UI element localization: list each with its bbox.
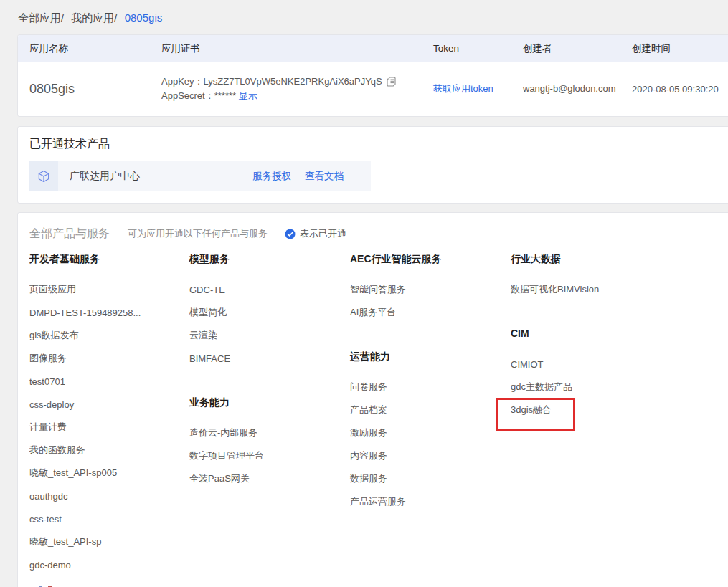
product-item[interactable]: css-deploy: [29, 393, 189, 416]
product-item[interactable]: 全装PaaS网关: [189, 467, 350, 490]
product-item[interactable]: css-test: [29, 507, 189, 530]
product-item[interactable]: 我的函数服务: [29, 439, 189, 462]
product-item[interactable]: 产品档案: [350, 399, 511, 421]
product-item[interactable]: 数据服务: [350, 467, 511, 490]
product-item[interactable]: 数字项目管理平台: [189, 444, 350, 467]
product-item[interactable]: DMPD-TEST-159489258...: [29, 301, 189, 324]
appkey-value: LysZZ7TL0VpW5eNKE2PRKgAiX6aPJYqS: [204, 75, 382, 89]
view-docs-link[interactable]: 查看文档: [305, 170, 344, 183]
product-item[interactable]: CIMIOT: [511, 353, 728, 376]
product-group-header: 模型服务: [189, 252, 350, 266]
product-group-header: CIM: [511, 326, 728, 340]
col-header-app-cert: 应用证书: [161, 42, 433, 55]
product-item-label: 云渲染: [189, 329, 217, 342]
product-group: 运营能力问卷服务产品档案激励服务内容服务数据服务产品运营服务: [350, 349, 511, 513]
all-products-title: 全部产品与服务: [29, 226, 110, 242]
product-item[interactable]: 页面级应用: [29, 278, 189, 301]
app-name: 0805gis: [29, 82, 75, 96]
all-products-subtitle: 可为应用开通以下任何产品与服务: [128, 227, 268, 240]
product-group-header: 行业大数据: [511, 252, 728, 266]
opened-product-name: 广联达用户中心: [70, 170, 140, 183]
copy-icon[interactable]: [387, 77, 397, 87]
product-item[interactable]: gis数据发布: [29, 324, 189, 347]
app-table-header: 应用名称 应用证书 Token 创建者 创建时间: [18, 35, 728, 62]
product-item-label: 问卷服务: [350, 381, 387, 393]
service-auth-link[interactable]: 服务授权: [252, 170, 291, 183]
product-item-label: 产品运营服务: [350, 495, 406, 508]
col-header-created-time: 创建时间: [632, 42, 728, 55]
product-item[interactable]: 模型简化: [189, 301, 350, 324]
product-item-label: 产品档案: [350, 404, 387, 416]
product-item-label: 计量计费: [29, 421, 67, 434]
breadcrumb-all-apps[interactable]: 全部应用: [18, 11, 61, 24]
product-item-label: 图像服务: [29, 352, 67, 365]
product-item-label: css-deploy: [29, 399, 74, 410]
product-item[interactable]: AI服务平台: [350, 301, 511, 324]
breadcrumb-my-apps[interactable]: 我的应用: [71, 11, 114, 24]
product-item-label: DMPD-TEST-159489258...: [29, 307, 141, 318]
breadcrumb-separator: /: [61, 11, 64, 24]
product-group-header: 运营能力: [350, 349, 511, 363]
product-item[interactable]: GDC-TE: [189, 278, 350, 301]
product-item-label: 数据服务: [350, 472, 387, 485]
product-item-label: 我的函数服务: [29, 444, 85, 457]
product-item-label: 页面级应用: [29, 283, 76, 296]
product-group-header: AEC行业智能云服务: [350, 252, 511, 266]
product-item[interactable]: 内容服务: [350, 444, 511, 467]
product-item[interactable]: 3dgis融合: [511, 399, 728, 421]
product-item-label: 造价云-内部服务: [189, 426, 257, 439]
product-group-header: 业务能力: [189, 395, 350, 409]
product-item-label: 全装PaaS网关: [189, 472, 250, 485]
product-item[interactable]: gdc-demo: [29, 553, 189, 576]
created-time: 2020-08-05 09:30:20: [632, 84, 719, 95]
product-item[interactable]: gdc主数据产品: [511, 376, 728, 399]
product-item[interactable]: 计量计费: [29, 416, 189, 439]
product-column: 行业大数据数据可视化BIMVisionCIMCIMIOTgdc主数据产品3dgi…: [511, 252, 728, 587]
product-item-label: oauthgdc: [29, 491, 68, 502]
product-item[interactable]: oauthgdc: [29, 485, 189, 507]
product-item-label: css-test: [29, 514, 62, 525]
product-item[interactable]: 产品运营服务: [350, 490, 511, 513]
get-app-token-link[interactable]: 获取应用token: [433, 83, 493, 94]
product-item[interactable]: 图像服务: [29, 347, 189, 370]
appsecret-label: AppSecret：: [161, 89, 214, 103]
product-item[interactable]: 激励服务: [350, 421, 511, 444]
product-item[interactable]: 问卷服务: [350, 376, 511, 399]
product-item[interactable]: 晓敏_test_API-sp: [29, 530, 189, 553]
breadcrumb: 全部应用/ 我的应用/ 0805gis: [0, 0, 728, 25]
product-item[interactable]: 云渲染: [189, 324, 350, 347]
show-appsecret-link[interactable]: 显示: [239, 89, 257, 103]
product-item-label: 智能问答服务: [350, 283, 406, 296]
product-item[interactable]: test0701: [29, 370, 189, 393]
col-header-token: Token: [433, 43, 523, 54]
appsecret-masked: ******: [214, 89, 236, 103]
opened-product-row: 广联达用户中心 服务授权 查看文档: [29, 161, 371, 191]
product-item[interactable]: BIMFACE: [189, 347, 350, 370]
product-item-label: BIMFACE: [189, 353, 230, 364]
product-group: CIMCIMIOTgdc主数据产品3dgis融合: [511, 326, 728, 421]
product-item[interactable]: 晓敏_test_API-sp005: [29, 462, 189, 485]
product-item-label: 激励服务: [350, 426, 387, 439]
appkey-label: AppKey：: [161, 75, 204, 89]
product-item-label: 3dgis融合: [511, 404, 552, 416]
product-item-label: gdc主数据产品: [511, 381, 572, 393]
opened-products-title: 已开通技术产品: [29, 137, 728, 152]
cube-icon: [29, 161, 58, 191]
product-item[interactable]: 智能问答服务: [350, 278, 511, 301]
product-item-label: 数字项目管理平台: [189, 449, 264, 462]
product-item[interactable]: 数据可视化BIMVision: [511, 278, 728, 301]
breadcrumb-current-app[interactable]: 0805gis: [125, 11, 163, 24]
check-circle-icon: [285, 229, 296, 239]
product-group: 模型服务GDC-TE模型简化云渲染BIMFACE: [189, 252, 350, 370]
product-item-label: 晓敏_test_API-sp005: [29, 467, 117, 479]
opened-products-panel: 已开通技术产品 广联达用户中心 服务授权 查看文档: [17, 126, 728, 204]
app-table-row: 0805gis AppKey：LysZZ7TL0VpW5eNKE2PRKgAiX…: [18, 62, 728, 116]
col-header-app-name: 应用名称: [29, 42, 161, 55]
product-group: 行业大数据数据可视化BIMVision: [511, 252, 728, 301]
product-item-label: gis数据发布: [29, 329, 79, 342]
product-item-label: 晓敏_test_API-sp: [29, 535, 101, 548]
product-grid: 开发者基础服务页面级应用DMPD-TEST-159489258...gis数据发…: [29, 252, 728, 587]
product-group-header: 开发者基础服务: [29, 252, 189, 266]
product-item-label: GDC-TE: [189, 285, 225, 295]
product-item[interactable]: 造价云-内部服务: [189, 421, 350, 444]
